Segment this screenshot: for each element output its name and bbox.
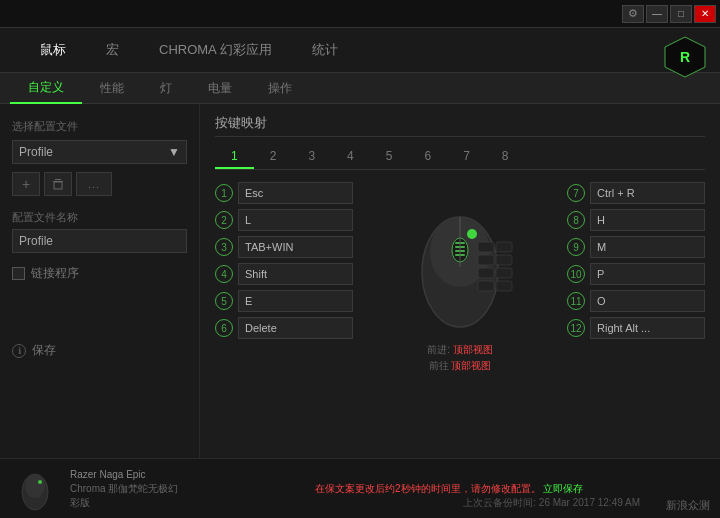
- nav-chroma[interactable]: CHROMA 幻彩应用: [139, 28, 292, 72]
- mouse-image-area: 前进: 顶部视图 前往 顶部视图: [363, 182, 557, 374]
- svg-rect-3: [55, 179, 61, 180]
- more-profile-button[interactable]: ...: [76, 172, 112, 196]
- profile-buttons: + ...: [12, 172, 187, 196]
- razer-logo: R: [660, 32, 710, 82]
- sub-navigation: 自定义 性能 灯 电量 操作: [0, 72, 720, 104]
- right-key-column: 7 Ctrl + R 8 H 9 M 10 P 11 O: [567, 182, 705, 339]
- warning-message: 在保文案更改后约2秒钟的时间里，请勿修改配置。 立即保存: [193, 482, 705, 496]
- minimize-button[interactable]: —: [646, 5, 668, 23]
- window-controls: ⚙ — □ ✕: [622, 5, 716, 23]
- device-name: Razer Naga Epic: [70, 468, 178, 482]
- btn-tab-2[interactable]: 2: [254, 145, 293, 169]
- key-row-11: 11 O: [567, 290, 705, 312]
- profile-name-label: 配置文件名称: [12, 210, 187, 225]
- delete-profile-button[interactable]: [44, 172, 72, 196]
- btn-tab-5[interactable]: 5: [370, 145, 409, 169]
- close-button[interactable]: ✕: [694, 5, 716, 23]
- svg-rect-11: [496, 242, 512, 252]
- key-row-5: 5 E: [215, 290, 353, 312]
- btn-tab-7[interactable]: 7: [447, 145, 486, 169]
- chevron-down-icon: ▼: [168, 145, 180, 159]
- svg-rect-14: [496, 281, 512, 291]
- key-number-2: 2: [215, 211, 233, 229]
- select-profile-label: 选择配置文件: [12, 119, 187, 134]
- subnav-customize[interactable]: 自定义: [10, 72, 82, 104]
- top-bar: ⚙ — □ ✕: [0, 0, 720, 28]
- view-info: 前进: 顶部视图 前往 顶部视图: [427, 342, 493, 374]
- save-button[interactable]: ℹ 保存: [12, 342, 187, 359]
- key-button-ctrl-r[interactable]: Ctrl + R: [590, 182, 705, 204]
- device-subtitle: Chroma 那伽梵蛇无极幻: [70, 482, 178, 496]
- link-program-checkbox[interactable]: 链接程序: [12, 265, 187, 282]
- warning-text: 在保文案更改后约2秒钟的时间里，请勿修改配置。: [315, 483, 541, 494]
- key-button-delete[interactable]: Delete: [238, 317, 353, 339]
- subnav-lighting[interactable]: 灯: [142, 72, 190, 104]
- key-row-1: 1 Esc: [215, 182, 353, 204]
- maximize-button[interactable]: □: [670, 5, 692, 23]
- active-zone-label: 顶部视图: [453, 344, 493, 355]
- key-button-e[interactable]: E: [238, 290, 353, 312]
- save-icon: ℹ: [12, 344, 26, 358]
- svg-rect-12: [496, 255, 512, 265]
- current-view-label: 前进:: [427, 344, 450, 355]
- key-number-10: 10: [567, 265, 585, 283]
- view-top-link[interactable]: 顶部视图: [451, 360, 491, 371]
- key-button-h[interactable]: H: [590, 209, 705, 231]
- key-button-tabwin[interactable]: TAB+WIN: [238, 236, 353, 258]
- profile-select-value: Profile: [19, 145, 53, 159]
- key-button-right-alt[interactable]: Right Alt ...: [590, 317, 705, 339]
- main-navigation: 鼠标 宏 CHROMA 幻彩应用 统计: [0, 28, 720, 72]
- key-number-11: 11: [567, 292, 585, 310]
- bottom-warning-area: 在保文案更改后约2秒钟的时间里，请勿修改配置。 立即保存: [193, 482, 705, 496]
- svg-rect-9: [478, 268, 494, 278]
- add-profile-button[interactable]: +: [12, 172, 40, 196]
- nav-stats[interactable]: 统计: [292, 28, 358, 72]
- left-key-column: 1 Esc 2 L 3 TAB+WIN 4 Shift 5 E: [215, 182, 353, 339]
- key-row-2: 2 L: [215, 209, 353, 231]
- profile-select[interactable]: Profile ▼: [12, 140, 187, 164]
- btn-tab-6[interactable]: 6: [408, 145, 447, 169]
- key-row-6: 6 Delete: [215, 317, 353, 339]
- key-number-8: 8: [567, 211, 585, 229]
- svg-rect-10: [478, 281, 494, 291]
- btn-tab-1[interactable]: 1: [215, 145, 254, 169]
- key-number-3: 3: [215, 238, 233, 256]
- mouse-image: [400, 182, 520, 342]
- bottom-bar: Razer Naga Epic Chroma 那伽梵蛇无极幻 彩版 在保文案更改…: [0, 458, 720, 518]
- key-button-m[interactable]: M: [590, 236, 705, 258]
- btn-tab-3[interactable]: 3: [292, 145, 331, 169]
- svg-rect-8: [478, 255, 494, 265]
- key-button-o[interactable]: O: [590, 290, 705, 312]
- save-label: 保存: [32, 342, 56, 359]
- button-number-tabs: 1 2 3 4 5 6 7 8: [215, 145, 705, 170]
- subnav-performance[interactable]: 性能: [82, 72, 142, 104]
- subnav-power[interactable]: 电量: [190, 72, 250, 104]
- key-number-1: 1: [215, 184, 233, 202]
- key-button-p[interactable]: P: [590, 263, 705, 285]
- btn-tab-4[interactable]: 4: [331, 145, 370, 169]
- nav-mouse[interactable]: 鼠标: [20, 28, 86, 72]
- svg-text:R: R: [680, 49, 690, 65]
- key-number-6: 6: [215, 319, 233, 337]
- save-now-link[interactable]: 立即保存: [543, 483, 583, 494]
- key-button-esc[interactable]: Esc: [238, 182, 353, 204]
- svg-point-23: [25, 474, 45, 498]
- sync-time-label: 上次云备份时间: 26 Mar 2017 12:49 AM: [463, 496, 640, 510]
- settings-icon[interactable]: ⚙: [622, 5, 644, 23]
- svg-rect-7: [478, 242, 494, 252]
- key-row-9: 9 M: [567, 236, 705, 258]
- svg-point-24: [38, 480, 42, 484]
- key-number-4: 4: [215, 265, 233, 283]
- nav-macro[interactable]: 宏: [86, 28, 139, 72]
- key-row-12: 12 Right Alt ...: [567, 317, 705, 339]
- subnav-calibrate[interactable]: 操作: [250, 72, 310, 104]
- key-button-shift[interactable]: Shift: [238, 263, 353, 285]
- panel-title: 按键映射: [215, 114, 705, 137]
- key-row-8: 8 H: [567, 209, 705, 231]
- profile-name-input[interactable]: [12, 229, 187, 253]
- key-button-l[interactable]: L: [238, 209, 353, 231]
- link-program-label: 链接程序: [31, 265, 79, 282]
- btn-tab-8[interactable]: 8: [486, 145, 525, 169]
- key-number-7: 7: [567, 184, 585, 202]
- key-number-5: 5: [215, 292, 233, 310]
